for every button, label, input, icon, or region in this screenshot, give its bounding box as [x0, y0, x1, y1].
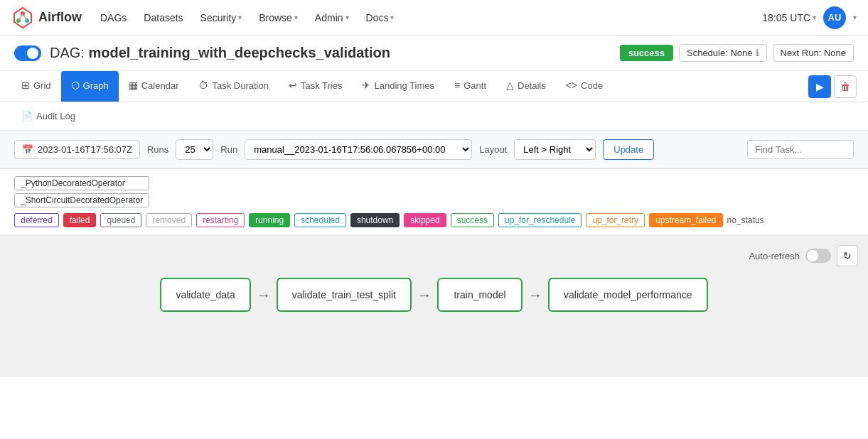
details-icon: △: [506, 80, 514, 91]
tabs-actions: ▶ 🗑: [808, 75, 857, 98]
dag-name: model_training_with_deepchecks_validatio…: [88, 45, 390, 60]
controls-bar: 📅 2023-01-16T17:56:07Z Runs 25 Run manua…: [0, 131, 868, 169]
tab-code[interactable]: <> Code: [556, 71, 613, 102]
play-button[interactable]: ▶: [808, 75, 831, 98]
status-scheduled: scheduled: [294, 213, 346, 227]
svg-line-4: [23, 13, 27, 21]
status-removed: removed: [146, 213, 192, 227]
schedule-badge: Schedule: None ℹ: [679, 44, 767, 62]
refresh-button[interactable]: ↻: [837, 245, 858, 266]
nav-admin-chevron: ▾: [345, 13, 349, 21]
dag-badges: success Schedule: None ℹ Next Run: None: [620, 44, 854, 62]
runs-label: Runs: [147, 144, 168, 155]
node-validate-train-test-split[interactable]: validate_train_test_split: [277, 278, 412, 312]
status-shutdown: shutdown: [350, 213, 400, 227]
calendar-icon: 📅: [22, 144, 33, 155]
operator-python: _PythonDecoratedOperator: [14, 176, 149, 190]
status-up-for-reschedule: up_for_reschedule: [498, 213, 582, 227]
nav-docs-chevron: ▾: [390, 13, 394, 21]
status-up-for-retry: up_for_retry: [586, 213, 645, 227]
date-picker[interactable]: 📅 2023-01-16T17:56:07Z: [14, 140, 140, 159]
schedule-info-icon[interactable]: ℹ: [756, 48, 759, 58]
arrow-1: →: [251, 287, 277, 303]
graph-icon: ⬡: [71, 80, 80, 91]
runs-select[interactable]: 25: [176, 139, 213, 160]
legend-operators: _PythonDecoratedOperator _ShortCircuitDe…: [14, 176, 149, 207]
svg-line-5: [18, 13, 23, 21]
node-validate-model-performance[interactable]: validate_model_performance: [548, 278, 708, 312]
top-navigation: Airflow DAGs Datasets Security ▾ Browse …: [0, 0, 868, 36]
grid-icon: ⊞: [21, 80, 30, 91]
audit-log-icon: 📄: [21, 111, 33, 121]
avatar-chevron: ▾: [853, 13, 857, 21]
graph-controls: Auto-refresh ↻: [749, 245, 858, 266]
gantt-icon: ≡: [454, 80, 460, 91]
dag-toggle[interactable]: [14, 45, 41, 61]
tab-audit-log[interactable]: 📄 Audit Log: [11, 105, 857, 127]
audit-log-row: 📄 Audit Log: [0, 102, 868, 131]
task-duration-icon: ⏱: [198, 80, 208, 91]
layout-select[interactable]: Left > Right Top > Bottom: [514, 139, 596, 160]
node-validate-data[interactable]: validate_data: [160, 278, 250, 312]
arrow-2: →: [412, 287, 437, 303]
code-icon: <>: [566, 80, 577, 91]
run-select[interactable]: manual__2023-01-16T17:56:06.067856+00:00: [245, 139, 472, 160]
nav-browse[interactable]: Browse ▾: [252, 8, 305, 28]
auto-refresh-label: Auto-refresh: [749, 251, 800, 261]
tab-task-tries[interactable]: ↩ Task Tries: [279, 71, 353, 102]
user-avatar[interactable]: AU: [823, 6, 846, 29]
nav-datasets[interactable]: Datasets: [136, 8, 190, 28]
delete-button[interactable]: 🗑: [834, 75, 857, 98]
run-label: Run: [220, 144, 237, 155]
dag-header: DAG: model_training_with_deepchecks_vali…: [0, 36, 868, 71]
tab-details[interactable]: △ Details: [496, 71, 556, 102]
tab-calendar[interactable]: ▦ Calendar: [119, 71, 189, 102]
nav-dags[interactable]: DAGs: [93, 8, 134, 28]
nav-security[interactable]: Security ▾: [193, 8, 250, 28]
tab-grid[interactable]: ⊞ Grid: [11, 71, 61, 102]
brand-name: Airflow: [38, 10, 82, 25]
nav-docs[interactable]: Docs ▾: [359, 8, 402, 28]
time-display: 18:05 UTC ▾: [762, 12, 816, 23]
time-chevron: ▾: [813, 13, 816, 21]
tab-graph[interactable]: ⬡ Graph: [61, 71, 119, 102]
task-tries-icon: ↩: [289, 80, 297, 91]
landing-times-icon: ✈: [362, 80, 370, 91]
status-deferred: deferred: [14, 213, 59, 227]
arrow-3: →: [523, 287, 548, 303]
nav-admin[interactable]: Admin ▾: [308, 8, 356, 28]
find-task-input[interactable]: [747, 140, 854, 159]
svg-marker-0: [14, 8, 31, 28]
airflow-logo-link[interactable]: Airflow: [11, 6, 82, 29]
status-failed: failed: [63, 213, 97, 227]
status-upstream-failed: upstream_failed: [649, 213, 722, 227]
status-success: success: [451, 213, 494, 227]
graph-area: Auto-refresh ↻ validate_data → validate_…: [0, 235, 868, 377]
status-running: running: [249, 213, 290, 227]
nav-browse-chevron: ▾: [294, 13, 298, 21]
flow-diagram: validate_data → validate_train_test_spli…: [14, 249, 854, 340]
tab-task-duration[interactable]: ⏱ Task Duration: [188, 71, 278, 102]
legend-bar: _PythonDecoratedOperator _ShortCircuitDe…: [0, 169, 868, 235]
status-queued: queued: [100, 213, 141, 227]
status-restarting: restarting: [196, 213, 245, 227]
next-run-badge: Next Run: None: [773, 44, 854, 62]
tab-landing-times[interactable]: ✈ Landing Times: [352, 71, 444, 102]
status-badge: success: [620, 45, 673, 61]
calendar-icon: ▦: [129, 80, 138, 91]
update-button[interactable]: Update: [603, 139, 654, 160]
auto-refresh-toggle[interactable]: [805, 249, 831, 263]
dag-title: DAG: model_training_with_deepchecks_vali…: [50, 45, 390, 61]
airflow-logo-icon: [11, 6, 34, 29]
operator-shortcircuit: _ShortCircuitDecoratedOperator: [14, 193, 149, 207]
status-skipped: skipped: [404, 213, 446, 227]
tab-gantt[interactable]: ≡ Gantt: [444, 71, 496, 102]
topnav-right: 18:05 UTC ▾ AU ▾: [762, 6, 857, 29]
layout-label: Layout: [479, 144, 507, 155]
tabs-bar: ⊞ Grid ⬡ Graph ▦ Calendar ⏱ Task Duratio…: [0, 71, 868, 102]
node-train-model[interactable]: train_model: [437, 278, 523, 312]
legend-statuses: deferred failed queued removed restartin…: [14, 213, 764, 227]
no-status-label: no_status: [727, 215, 764, 225]
nav-security-chevron: ▾: [238, 13, 242, 21]
